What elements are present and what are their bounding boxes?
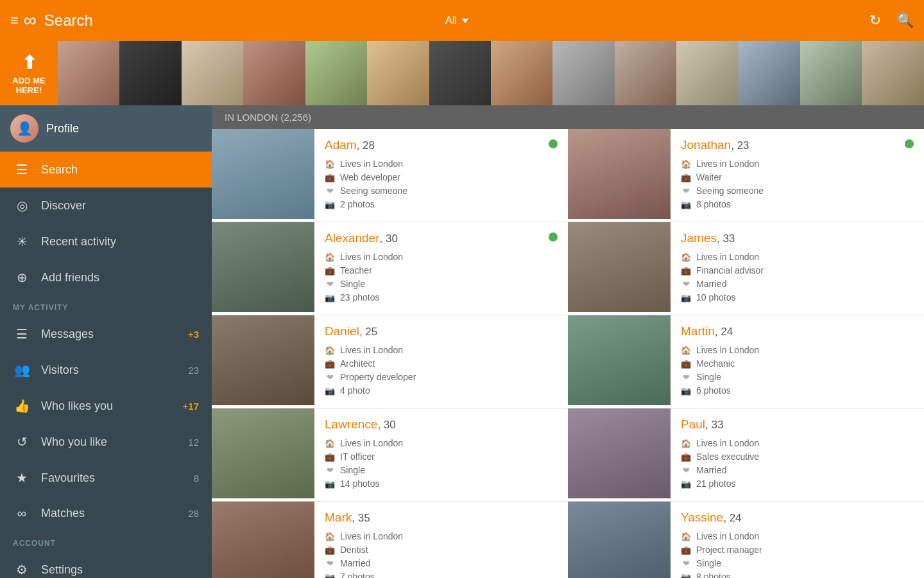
profile-status-martin: ❤ Single — [681, 372, 914, 382]
search-list-icon: ☰ — [13, 162, 31, 177]
sidebar-item-settings[interactable]: ⚙ Settings — [0, 552, 212, 578]
profile-name-adam: Adam, 28 — [325, 138, 558, 152]
strip-photo-5[interactable] — [305, 41, 367, 105]
profile-photos-text-james: 10 photos — [696, 292, 736, 302]
profile-photo-yassine — [568, 502, 671, 578]
strip-photo-8[interactable] — [491, 41, 552, 105]
strip-photo-3[interactable] — [182, 41, 243, 105]
profile-photo-daniel — [212, 315, 314, 405]
profile-job-lawrence: 💼 IT officer — [325, 451, 558, 462]
strip-photo-12[interactable] — [739, 41, 800, 105]
profile-info-lawrence: Lawrence, 30 🏠 Lives in London 💼 IT offi… — [314, 408, 568, 501]
profile-status-text-daniel: Property developer — [340, 372, 416, 382]
sidebar-favourites-label: Favourites — [41, 471, 184, 485]
profile-status-text-mark: Married — [340, 558, 370, 568]
heart-icon: ❤ — [325, 559, 335, 568]
profile-location-text-yassine: Lives in London — [696, 531, 759, 541]
profile-card-martin[interactable]: Martin, 24 🏠 Lives in London 💼 Mechanic … — [568, 315, 924, 408]
profile-location-text-jonathan: Lives in London — [696, 159, 759, 169]
profile-name-mark: Mark, 35 — [325, 511, 558, 525]
photo-strip: ⬆ ADD ME HERE! — [0, 41, 924, 105]
profile-name-jonathan: Jonathan, 23 — [681, 138, 914, 152]
profile-photos-mark: 📷 7 photos — [325, 572, 558, 578]
strip-photo-img-13 — [800, 41, 862, 105]
profile-photos-text-jonathan: 8 photos — [696, 199, 731, 209]
briefcase-icon: 💼 — [681, 545, 691, 555]
profile-status-james: ❤ Married — [681, 279, 914, 289]
add-me-button[interactable]: ⬆ ADD ME HERE! — [0, 41, 58, 105]
recent-activity-icon: ✳ — [13, 234, 31, 249]
strip-photo-6[interactable] — [367, 41, 429, 105]
profile-job-text-jonathan: Waiter — [696, 172, 722, 182]
sidebar-item-add-friends[interactable]: ⊕ Add friends — [0, 259, 212, 295]
profile-card-alexander[interactable]: Alexander, 30 🏠 Lives in London 💼 Teache… — [212, 222, 568, 315]
profile-info-daniel: Daniel, 25 🏠 Lives in London 💼 Architect… — [314, 315, 568, 408]
strip-photo-img-6 — [367, 41, 429, 105]
sidebar-item-profile[interactable]: 👤 Profile — [0, 105, 212, 152]
profile-card-yassine[interactable]: Yassine, 24 🏠 Lives in London 💼 Project … — [568, 502, 924, 578]
profile-photos-paul: 📷 21 photos — [681, 478, 914, 489]
chevron-down-icon — [462, 19, 468, 23]
sidebar-messages-label: Messages — [41, 328, 178, 341]
profile-name-lawrence: Lawrence, 30 — [325, 417, 558, 432]
strip-photo-9[interactable] — [552, 41, 614, 105]
avatar: 👤 — [10, 114, 38, 143]
strip-photo-img-7 — [429, 41, 491, 105]
profile-name-daniel: Daniel, 25 — [325, 324, 558, 338]
camera-icon: 📷 — [681, 200, 691, 209]
profile-photos-text-mark: 7 photos — [340, 572, 375, 578]
refresh-icon[interactable]: ↻ — [869, 12, 881, 29]
strip-photo-14[interactable] — [862, 41, 923, 105]
profile-job-text-yassine: Project manager — [696, 545, 762, 555]
sidebar-item-discover[interactable]: ◎ Discover — [0, 188, 212, 223]
profile-location-text-adam: Lives in London — [340, 159, 403, 169]
profile-photo-martin — [568, 315, 671, 405]
sidebar-item-who-you-like[interactable]: ↺ Who you like 12 — [0, 424, 212, 460]
profile-job-text-mark: Dentist — [340, 545, 368, 555]
briefcase-icon: 💼 — [681, 173, 691, 182]
camera-icon: 📷 — [681, 293, 691, 302]
profile-card-mark[interactable]: Mark, 35 🏠 Lives in London 💼 Dentist ❤ M… — [212, 502, 568, 578]
profile-location-text-alexander: Lives in London — [340, 252, 403, 262]
sidebar-item-recent-activity[interactable]: ✳ Recent activity — [0, 223, 212, 259]
profile-status-adam: ❤ Seeing someone — [325, 186, 558, 196]
sidebar-add-friends-label: Add friends — [41, 271, 199, 285]
profile-location-martin: 🏠 Lives in London — [681, 345, 914, 355]
sidebar-item-favourites[interactable]: ★ Favourites 8 — [0, 460, 212, 496]
profile-info-adam: Adam, 28 🏠 Lives in London 💼 Web develop… — [314, 129, 568, 222]
strip-photo-4[interactable] — [243, 41, 305, 105]
strip-photo-img-1 — [58, 41, 119, 105]
strip-photo-10[interactable] — [615, 41, 676, 105]
profile-status-paul: ❤ Married — [681, 465, 914, 475]
profile-card-james[interactable]: James, 33 🏠 Lives in London 💼 Financial … — [568, 222, 924, 315]
profile-location-text-daniel: Lives in London — [340, 345, 403, 355]
profile-card-adam[interactable]: Adam, 28 🏠 Lives in London 💼 Web develop… — [212, 129, 568, 222]
sidebar-recent-label: Recent activity — [41, 235, 199, 249]
sidebar-item-visitors[interactable]: 👥 Visitors 23 — [0, 352, 212, 388]
sidebar-item-who-likes-you[interactable]: 👍 Who likes you +17 — [0, 388, 212, 424]
sidebar-item-matches[interactable]: ∞ Matches 28 — [0, 496, 212, 531]
profile-location-text-paul: Lives in London — [696, 438, 759, 448]
strip-photo-2[interactable] — [119, 41, 181, 105]
profile-name-james: James, 33 — [681, 231, 914, 245]
strip-photo-img-12 — [739, 41, 800, 105]
profile-info-mark: Mark, 35 🏠 Lives in London 💼 Dentist ❤ M… — [314, 502, 568, 578]
profile-card-paul[interactable]: Paul, 33 🏠 Lives in London 💼 Sales execu… — [568, 408, 924, 502]
strip-photo-7[interactable] — [429, 41, 491, 105]
profile-card-lawrence[interactable]: Lawrence, 30 🏠 Lives in London 💼 IT offi… — [212, 408, 568, 502]
search-icon[interactable]: 🔍 — [896, 12, 914, 29]
menu-icon[interactable]: ≡ — [10, 12, 19, 29]
profile-card-daniel[interactable]: Daniel, 25 🏠 Lives in London 💼 Architect… — [212, 315, 568, 408]
profile-photos-text-alexander: 23 photos — [340, 292, 380, 302]
filter-dropdown[interactable]: All — [445, 15, 468, 26]
profile-photos-alexander: 📷 23 photos — [325, 292, 558, 302]
strip-photo-1[interactable] — [58, 41, 119, 105]
heart-icon: ❤ — [681, 372, 691, 382]
profile-photo-alexander — [212, 222, 314, 312]
add-friends-icon: ⊕ — [13, 270, 31, 285]
sidebar-item-messages[interactable]: ☰ Messages +3 — [0, 316, 212, 352]
strip-photo-13[interactable] — [800, 41, 862, 105]
sidebar-item-search[interactable]: ☰ Search — [0, 152, 212, 188]
strip-photo-11[interactable] — [676, 41, 738, 105]
profile-card-jonathan[interactable]: Jonathan, 23 🏠 Lives in London 💼 Waiter … — [568, 129, 924, 222]
